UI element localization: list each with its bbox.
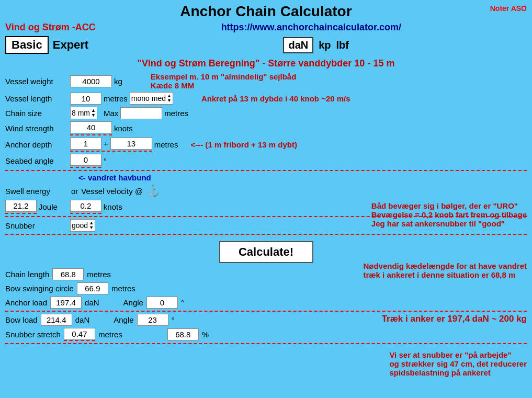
bottom-note-3: spidsbelastning på ankeret (389, 368, 527, 377)
anchor-depth-note: <--- (1 m fribord + 13 m dybt) (191, 140, 297, 149)
snubber-select[interactable]: good ▲ ▼ (70, 219, 95, 232)
example-note-2: Kæde 8 MM (151, 81, 194, 90)
snubber-stretch-value[interactable] (64, 328, 95, 340)
anchor-depth-plus: + (104, 139, 108, 148)
dan-unit-button[interactable]: daN (283, 37, 313, 53)
anchor-depth-unit: metres (154, 140, 178, 149)
vessel-weight-input[interactable] (70, 75, 112, 87)
bow-angle-unit: ° (172, 315, 175, 324)
snubber-percent-value[interactable] (167, 328, 199, 340)
vessel-type-value: mono med (131, 94, 166, 103)
bow-circle-label: Bow swinging circle (5, 284, 74, 293)
anchor-load-unit: daN (85, 298, 99, 307)
anchor-depth-label: Anchor depth (5, 140, 68, 149)
chain-size-label: Chain size (5, 109, 68, 118)
example-note-1: Eksempel m. 10 m "almindelig" sejlbåd (151, 72, 297, 81)
bottom-note-1: Vi ser at snubber er "på arbejde" (389, 350, 527, 359)
chain-length-value[interactable] (52, 268, 84, 280)
swell-value-input[interactable] (5, 200, 37, 212)
snubber-stretch-unit: metres (98, 330, 122, 339)
bottom-note-2: og strækker sig 47 cm, det reducerer (389, 359, 527, 368)
anchor-depth-input-2[interactable] (110, 138, 152, 150)
basic-mode-button[interactable]: Basic (5, 36, 49, 54)
noter-aso: Noter ASO (490, 4, 527, 13)
anchor-load-value[interactable] (50, 297, 82, 309)
seabed-angle-input[interactable] (70, 154, 101, 166)
seabed-note: <- vandret havbund (78, 173, 151, 182)
anchor-load-label: Anchor load (5, 298, 47, 307)
section-title: "Vind og Strøm Beregning" - Større vandd… (0, 56, 532, 72)
anchor-icon: ⚓ (146, 184, 160, 198)
vessel-length-input[interactable] (70, 93, 101, 105)
swell-or: or (71, 187, 78, 196)
ankret-note: Ankret på 13 m dybde i 40 knob ~20 m/s (201, 94, 350, 103)
lbf-unit-label: lbf (336, 39, 349, 51)
anchor-angle-value[interactable] (146, 297, 178, 309)
calculate-button[interactable]: Calculate! (219, 241, 313, 263)
snubber-stretch-label: Snubber stretch (5, 330, 61, 339)
swell-note-3: Jeg har sat ankersnubber til "good" (371, 219, 527, 228)
swell-note-2: Bevægelse = 0,2 knob fart frem og tilbag… (371, 210, 527, 219)
vessel-velocity-label: Vessel velocity @ (81, 187, 143, 196)
seabed-angle-unit: ° (104, 157, 107, 165)
chain-max-unit: metres (164, 109, 188, 118)
velocity-value-input[interactable] (70, 200, 101, 212)
header-link[interactable]: https://www.anchorchaincalculator.com/ (221, 22, 401, 32)
wind-strength-label: Wind strength (5, 124, 68, 133)
bow-load-unit: daN (75, 315, 90, 324)
main-title: Anchor Chain Calculator (0, 3, 532, 20)
bow-circle-value[interactable] (77, 282, 108, 294)
swell-unit: Joule (39, 202, 58, 211)
chain-length-unit: metres (87, 270, 111, 279)
snubber-percent-unit: % (202, 330, 209, 339)
subtitle-left: Vind og Strøm -ACC (5, 22, 96, 33)
seabed-angle-label: Seabed angle (5, 156, 68, 165)
chain-max-label: Max (104, 109, 118, 118)
bow-angle-label: Angle (114, 315, 133, 324)
vessel-length-label: Vessel length (5, 94, 68, 103)
bow-load-label: Bow load (5, 315, 38, 324)
snubber-label: Snubber (5, 221, 68, 230)
vessel-weight-label: Vessel weight (5, 77, 68, 86)
calc-note-1: Nødvendig kædelængde for at have vandret (363, 261, 527, 270)
vessel-type-select[interactable]: mono med ▲ ▼ (130, 92, 173, 105)
anchor-angle-unit: ° (181, 298, 184, 307)
kp-unit-label: kp (319, 39, 331, 51)
vessel-length-unit: metres (104, 94, 128, 103)
wind-strength-input[interactable] (70, 121, 112, 133)
snubber-value: good (72, 221, 88, 230)
bow-angle-value[interactable] (137, 314, 168, 326)
bow-circle-unit: metres (111, 284, 135, 293)
anchor-angle-label: Angle (123, 298, 143, 307)
chain-max-input[interactable] (120, 107, 162, 119)
wind-strength-unit: knots (114, 124, 133, 133)
chain-size-select[interactable]: 8 mm ▲ ▼ (70, 107, 97, 119)
calc-note-2: træk i ankeret i denne situation er 68,8… (363, 270, 527, 279)
chain-size-value: 8 mm (72, 109, 90, 117)
trak-note: Træk i anker er 197,4 daN ~ 200 kg (382, 314, 527, 324)
expert-mode-label[interactable]: Expert (53, 38, 88, 52)
bow-load-value[interactable] (41, 314, 72, 326)
swell-note-1: Båd bevæger sig i bølger, der er "URO" (371, 201, 527, 210)
anchor-depth-input-1[interactable] (70, 138, 101, 150)
velocity-unit: knots (104, 202, 122, 211)
chain-length-label: Chain length (5, 270, 49, 279)
swell-label: Swell energy (5, 187, 68, 196)
vessel-weight-unit: kg (114, 77, 122, 86)
